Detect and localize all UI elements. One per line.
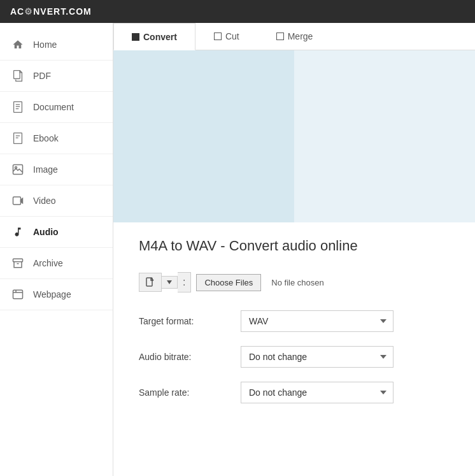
webpage-icon — [10, 287, 25, 302]
content-area: Convert Cut Merge M4A to WAV - Convert a… — [113, 23, 475, 476]
dots-icon: : — [183, 277, 185, 287]
file-buttons: : — [139, 272, 191, 292]
sidebar-item-image[interactable]: Image — [0, 154, 113, 185]
sidebar-label-audio: Audio — [33, 227, 59, 237]
sample-rate-label: Sample rate: — [139, 387, 241, 398]
home-icon — [10, 37, 25, 52]
sidebar-item-ebook[interactable]: Ebook — [0, 123, 113, 154]
file-options-button[interactable]: : — [178, 272, 191, 292]
main-layout: Home PDF Document Ebook Image — [0, 23, 475, 476]
tab-convert-label: Convert — [143, 32, 177, 42]
sidebar-item-video[interactable]: Video — [0, 185, 113, 217]
svg-rect-0 — [14, 71, 20, 79]
convert-tab-icon — [132, 33, 139, 41]
document-icon — [10, 99, 25, 115]
ebook-icon — [10, 131, 25, 146]
file-dropdown-button[interactable] — [162, 276, 178, 289]
sidebar-label-video: Video — [33, 196, 56, 206]
sidebar-item-archive[interactable]: Archive — [0, 248, 113, 279]
cut-tab-icon — [214, 32, 222, 40]
tabs-bar: Convert Cut Merge — [113, 23, 475, 50]
banner-right — [294, 50, 475, 222]
audio-bitrate-select[interactable]: Do not change 32 kbit/s 64 kbit/s 128 kb… — [241, 346, 393, 368]
target-format-row: Target format: WAV MP3 AAC OGG FLAC M4A … — [139, 310, 450, 332]
sidebar: Home PDF Document Ebook Image — [0, 23, 113, 476]
merge-tab-icon — [276, 32, 284, 40]
audio-bitrate-label: Audio bitrate: — [139, 352, 241, 362]
banner — [113, 50, 475, 222]
header: AC⚙NVERT.COM — [0, 0, 475, 23]
logo-text: AC — [10, 6, 24, 17]
svg-marker-6 — [21, 198, 23, 203]
sidebar-label-archive: Archive — [33, 258, 63, 268]
banner-left — [113, 50, 294, 222]
no-file-text: No file chosen — [271, 278, 323, 287]
file-section: : Choose Files No file chosen — [139, 272, 450, 292]
file-new-icon — [146, 277, 155, 287]
dropdown-arrow-icon — [167, 280, 172, 284]
sidebar-label-pdf: PDF — [33, 71, 51, 81]
archive-icon — [10, 256, 25, 271]
svg-rect-7 — [13, 259, 23, 262]
audio-icon — [10, 224, 25, 240]
tab-cut[interactable]: Cut — [195, 23, 258, 50]
sidebar-item-pdf[interactable]: PDF — [0, 61, 113, 92]
audio-bitrate-row: Audio bitrate: Do not change 32 kbit/s 6… — [139, 346, 450, 368]
logo-suffix: NVERT.COM — [33, 6, 91, 17]
tab-cut-label: Cut — [225, 31, 239, 41]
site-logo: AC⚙NVERT.COM — [10, 6, 92, 17]
sidebar-item-webpage[interactable]: Webpage — [0, 279, 113, 310]
sidebar-item-audio[interactable]: Audio — [0, 217, 113, 248]
sidebar-label-document: Document — [33, 102, 74, 112]
image-icon — [10, 162, 25, 177]
file-new-button[interactable] — [139, 273, 162, 292]
target-format-label: Target format: — [139, 316, 241, 326]
tab-merge-label: Merge — [288, 31, 313, 41]
pdf-icon — [10, 68, 25, 83]
video-icon — [10, 193, 25, 208]
svg-rect-5 — [13, 197, 21, 205]
sidebar-label-webpage: Webpage — [33, 289, 71, 299]
page-title: M4A to WAV - Convert audio online — [139, 238, 450, 254]
sample-rate-row: Sample rate: Do not change 8000 Hz 11025… — [139, 382, 450, 403]
target-format-select[interactable]: WAV MP3 AAC OGG FLAC M4A WMA — [241, 310, 393, 332]
sidebar-item-document[interactable]: Document — [0, 92, 113, 123]
choose-files-button[interactable]: Choose Files — [196, 274, 261, 291]
gear-icon: ⚙ — [24, 6, 33, 17]
sidebar-label-ebook: Ebook — [33, 133, 59, 143]
sidebar-label-image: Image — [33, 164, 58, 175]
sidebar-item-home[interactable]: Home — [0, 29, 113, 61]
tab-merge[interactable]: Merge — [258, 23, 332, 50]
page-content: M4A to WAV - Convert audio online : Choo… — [113, 222, 475, 433]
sidebar-label-home: Home — [33, 40, 57, 50]
sample-rate-select[interactable]: Do not change 8000 Hz 11025 Hz 22050 Hz … — [241, 382, 393, 403]
tab-convert[interactable]: Convert — [113, 23, 195, 50]
svg-rect-8 — [13, 290, 23, 299]
